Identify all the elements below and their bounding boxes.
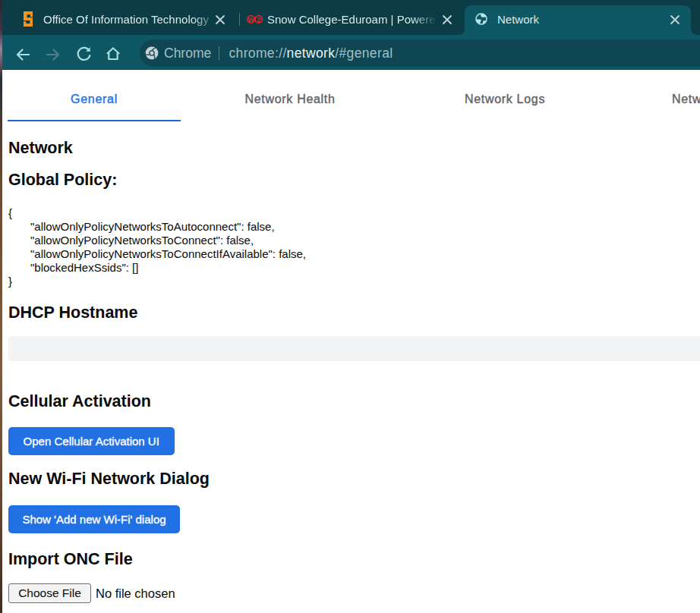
svg-text:2: 2	[257, 16, 260, 24]
svg-text:W: W	[248, 16, 254, 24]
